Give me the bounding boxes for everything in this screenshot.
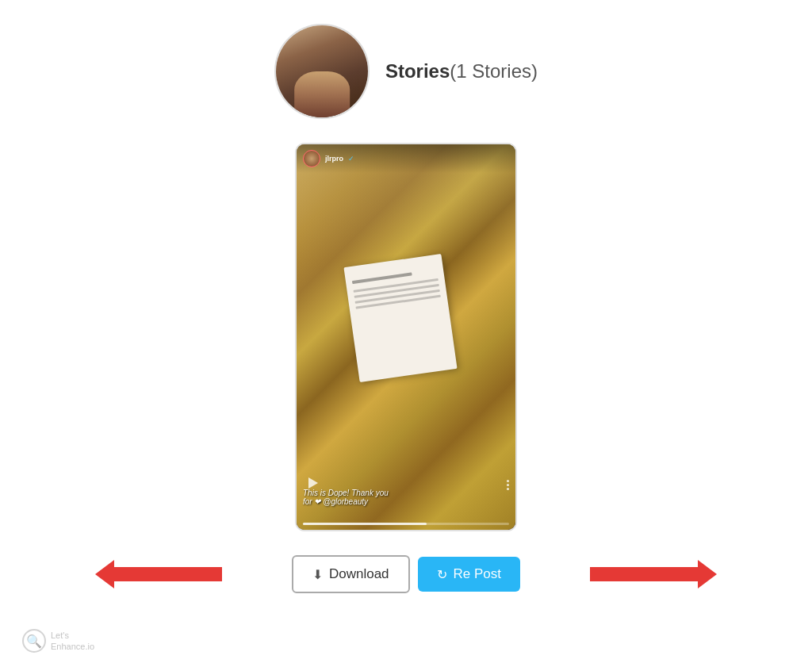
- header-section: Stories(1 Stories): [274, 24, 538, 135]
- bottom-actions: ⬇ Download ↻ Re Post: [0, 555, 812, 593]
- story-user-avatar: [303, 150, 320, 167]
- story-top-bar: jlrpro ✓: [297, 144, 515, 173]
- caption-sub: for ❤ @glorbeauty: [303, 497, 368, 506]
- letter-content: [345, 262, 448, 316]
- menu-dot-1: [507, 480, 509, 482]
- avatar-image: [276, 25, 368, 117]
- letter-prop: [343, 254, 457, 382]
- story-username: jlrpro: [325, 155, 343, 163]
- story-progress-bar: [303, 523, 509, 525]
- page-title: Stories(1 Stories): [385, 60, 538, 82]
- profile-area: Stories(1 Stories): [274, 24, 538, 119]
- watermark-line3: .io: [85, 642, 94, 651]
- menu-dot-2: [507, 484, 509, 486]
- watermark-line2: Enhance: [51, 642, 85, 651]
- letter-title: [352, 272, 412, 283]
- story-progress-fill: [303, 523, 427, 525]
- verified-badge: ✓: [348, 155, 354, 163]
- avatar: [274, 24, 370, 119]
- left-arrow: [95, 560, 222, 588]
- right-arrow-shape: [590, 560, 717, 588]
- watermark: 🔍 Let's Enhance.io: [22, 629, 94, 653]
- watermark-text: Let's Enhance.io: [51, 630, 94, 653]
- stories-count: (1 Stories): [450, 60, 538, 82]
- story-content: jlrpro ✓ This is Dope! Thank you for ❤ @…: [297, 144, 515, 530]
- story-card: jlrpro ✓ This is Dope! Thank you for ❤ @…: [295, 143, 517, 531]
- download-button[interactable]: ⬇ Download: [292, 555, 410, 593]
- caption-main: This is Dope! Thank you: [303, 489, 389, 497]
- repost-button[interactable]: ↻ Re Post: [418, 557, 520, 592]
- stories-label: Stories: [385, 60, 450, 82]
- play-icon: [308, 477, 318, 489]
- download-label: Download: [329, 566, 389, 582]
- repost-label: Re Post: [454, 566, 501, 582]
- left-arrow-shape: [95, 560, 222, 588]
- watermark-icon: 🔍: [22, 629, 46, 653]
- watermark-line1: Let's: [51, 631, 69, 640]
- story-caption: This is Dope! Thank you for ❤ @glorbeaut…: [303, 489, 509, 506]
- caption-text: This is Dope! Thank you for ❤ @glorbeaut…: [303, 489, 509, 506]
- stories-title-area: Stories(1 Stories): [385, 60, 538, 82]
- download-icon: ⬇: [312, 567, 323, 582]
- repost-icon: ↻: [437, 567, 447, 582]
- right-arrow: [590, 560, 717, 588]
